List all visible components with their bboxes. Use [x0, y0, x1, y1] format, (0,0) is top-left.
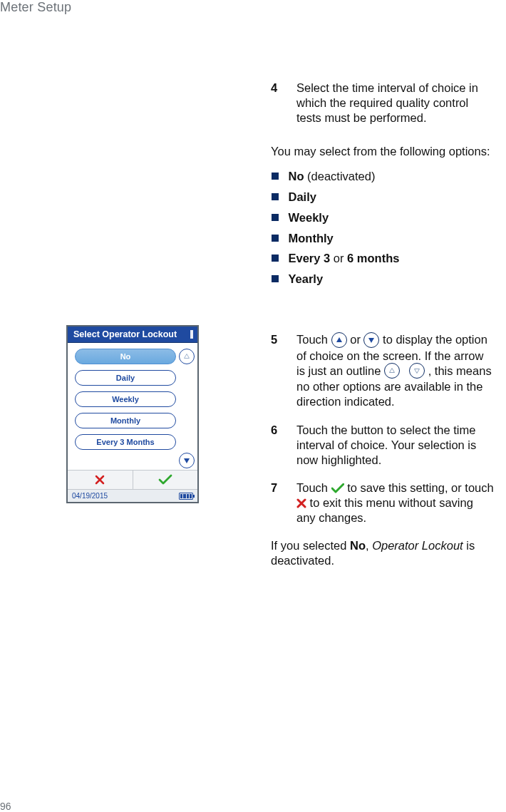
device-action-bar	[68, 470, 197, 489]
device-title: Select Operator Lockout	[73, 329, 177, 339]
list-item: Daily	[272, 188, 495, 206]
step-text: Select the time interval of choice in wh…	[296, 81, 495, 125]
option-text: Yearly	[289, 270, 324, 288]
list-item: Yearly	[272, 270, 495, 288]
square-bullet-icon	[272, 235, 279, 242]
step-text: Touch to save this setting, or touch to …	[296, 480, 495, 525]
step-number: 4	[271, 81, 284, 125]
option-text: Monthly	[289, 230, 334, 247]
option-text: Weekly	[289, 209, 329, 227]
device-date: 04/19/2015	[72, 492, 108, 500]
square-bullet-icon	[272, 214, 279, 221]
option-text: Every 3 or 6 months	[289, 250, 400, 267]
option-daily[interactable]: Daily	[75, 370, 176, 386]
arrow-up-icon	[331, 332, 347, 348]
device-body: No Daily Weekly Monthly Every 3 Months	[68, 343, 197, 470]
step-text: Touch or to display the option of choice…	[296, 332, 495, 410]
options-intro: You may select from the following option…	[271, 144, 495, 159]
step-7: 7 Touch to save this setting, or touch t…	[271, 480, 495, 525]
step-number: 6	[271, 423, 284, 468]
option-monthly[interactable]: Monthly	[75, 413, 176, 428]
arrow-down-outline-icon	[409, 363, 425, 379]
arrow-up-outline-icon	[384, 363, 400, 379]
checkmark-icon	[331, 483, 344, 493]
scroll-down-button[interactable]	[179, 453, 195, 468]
option-weekly[interactable]: Weekly	[75, 391, 176, 407]
page-number: 96	[0, 801, 11, 812]
square-bullet-icon	[272, 255, 279, 262]
options-list: No (deactivated) Daily Weekly Monthly Ev…	[272, 168, 495, 288]
step-text: Touch the button to select the time inte…	[296, 423, 495, 468]
battery-icon	[179, 493, 193, 500]
option-text: No (deactivated)	[289, 168, 376, 185]
option-no[interactable]: No	[75, 349, 176, 364]
device-screenshot: Select Operator Lockout No Daily Weekly …	[66, 325, 199, 503]
list-item: Monthly	[272, 230, 495, 247]
step-number: 5	[271, 332, 284, 410]
square-bullet-icon	[272, 193, 279, 200]
x-icon	[296, 498, 306, 508]
arrow-down-icon	[363, 332, 379, 348]
scroll-up-button[interactable]	[179, 349, 195, 364]
step-6: 6 Touch the button to select the time in…	[271, 423, 495, 468]
list-item: Weekly	[272, 209, 495, 227]
closing-note: If you selected No, Operator Lockout is …	[271, 538, 495, 568]
step-4: 4 Select the time interval of choice in …	[271, 81, 495, 125]
confirm-button[interactable]	[133, 471, 198, 489]
step-5: 5 Touch or to display the option of choi…	[271, 332, 495, 410]
square-bullet-icon	[272, 275, 279, 282]
section-title: Meter Setup	[0, 0, 71, 15]
cancel-button[interactable]	[68, 471, 133, 489]
step-number: 7	[271, 480, 284, 525]
titlebar-notch-icon	[190, 330, 193, 339]
list-item: No (deactivated)	[272, 168, 495, 185]
list-item: Every 3 or 6 months	[272, 250, 495, 267]
device-titlebar: Select Operator Lockout	[68, 327, 197, 343]
device-status-bar: 04/19/2015	[68, 489, 197, 502]
square-bullet-icon	[272, 173, 279, 180]
content-column: 4 Select the time interval of choice in …	[271, 81, 495, 577]
option-every-3-months[interactable]: Every 3 Months	[75, 434, 176, 450]
option-text: Daily	[289, 188, 316, 206]
